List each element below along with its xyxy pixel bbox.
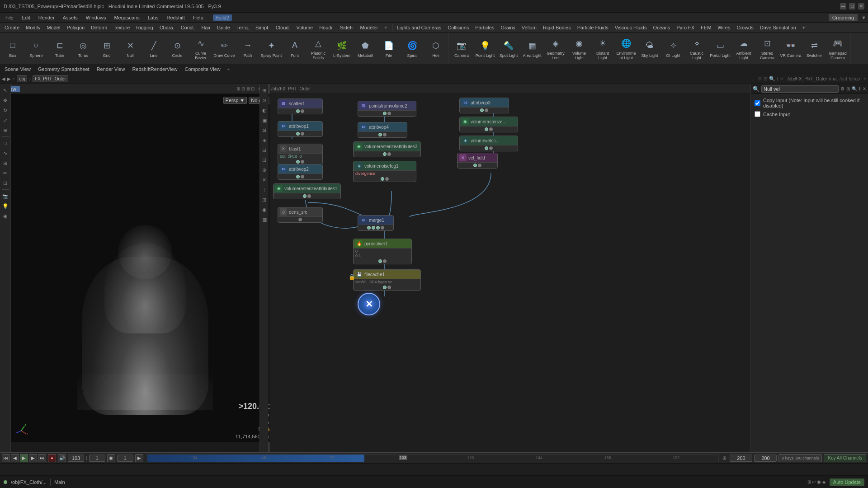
shelf-collisions[interactable]: Collisions [445,24,472,31]
tool-ambientlight[interactable]: ☁ Ambient Light [732,33,755,64]
skip-start-btn[interactable]: ⏮ [2,454,10,462]
shelf-const[interactable]: Const. [178,24,198,31]
shelf-add2[interactable]: + [800,24,808,31]
menu-edit[interactable]: Edit [18,14,34,21]
tool-pointlight[interactable]: 💡 Point Light [473,33,497,64]
redshift-render-tab[interactable]: RedshiftRenderView [129,66,180,72]
node-attribvop2[interactable]: ⋈ attribvop2 [278,164,323,180]
path-out[interactable]: /out [840,76,847,81]
shelf-model[interactable]: Model [44,24,63,31]
node-editor-path[interactable]: /obj/FX_PRT_Outer [271,86,311,91]
shelf-sidef[interactable]: SideF. [337,24,357,31]
render-view-tab[interactable]: Render View [94,66,128,72]
tool-spotlight[interactable]: 🔦 Spot Light [497,33,520,64]
shelf-houdi[interactable]: Houdi. [316,24,336,31]
vp-paint-tool[interactable]: ✏ [1,169,10,178]
viewport-canvas[interactable]: Persp ▼ No cam ▼ >120.0fps 0.30ms 5 prim… [11,94,279,442]
obj-node-btn[interactable]: obj [17,75,27,82]
tool-vrcamera[interactable]: 👓 VR Camera [779,33,802,64]
playback-speed-input[interactable] [117,455,133,462]
composite-view-tab[interactable]: Composite View [182,66,223,72]
tool-stereocam[interactable]: ⊡ Stereo Camera [755,33,779,64]
tool-sphere[interactable]: ○ Sphere [24,33,48,64]
tool-spiral[interactable]: 🌀 Spiral [401,33,424,64]
properties-search[interactable] [761,85,839,93]
tool-heli[interactable]: ⬡ Heli [424,33,448,64]
cache-input-check[interactable] [755,111,760,117]
vp-transform-tool[interactable]: ⊕ [1,126,10,135]
shelf-lights[interactable]: Lights and Cameras [394,24,444,31]
shelf-pyrofx[interactable]: Pyro FX [674,24,697,31]
shelf-add[interactable]: + [382,24,390,31]
menu-assets[interactable]: Assets [59,14,81,21]
grooming-badge[interactable]: Grooming [829,14,858,21]
end-frame-input[interactable] [730,455,752,462]
node-attribvop1[interactable]: ⋈ attribvop1 [278,121,323,137]
vp-scale-tool[interactable]: ⤢ [1,116,10,125]
nav-forward[interactable]: ▶ [7,76,11,81]
tool-platonic[interactable]: △ Platonic Solids [307,33,330,64]
node-pfv2[interactable]: ⊞ pointsfromvolume2 [358,101,416,117]
menu-megascans[interactable]: Megascans [110,14,143,21]
timeline-ruler[interactable]: 24 48 72 103 120 144 168 192 [147,454,719,462]
vp-r1[interactable]: ⊞ [260,86,269,95]
shelf-oceans[interactable]: Oceans [650,24,673,31]
prop-close-icon[interactable]: ✕ [863,86,866,91]
tool-envlight[interactable]: 🌐 Environment Light [614,33,638,64]
vp-obj-tool[interactable]: □ [1,139,10,148]
shelf-deform[interactable]: Deform [88,24,110,31]
copy-input-check[interactable] [755,100,760,106]
node-blast1[interactable]: ✕ blast1 out: @Cd=0 [278,144,323,165]
skip-end-btn[interactable]: ⏭ [38,454,46,462]
tool-switcher[interactable]: ⇌ Switcher [802,33,826,64]
shelf-particlefluids[interactable]: Particle Fluids [575,24,611,31]
key-all-channels-btn[interactable]: Key All Channels [824,454,866,462]
start-frame-input[interactable] [89,455,105,462]
tool-spraypaint[interactable]: ✦ Spray Paint [259,33,283,64]
tool-geometrylent[interactable]: ◈ Geometry Lent [544,33,567,64]
geometry-spreadsheet-tab[interactable]: Geometry Spreadsheet [35,66,92,72]
vp-move-tool[interactable]: ✥ [1,96,10,105]
shelf-crowds[interactable]: Crowds [734,24,756,31]
shelf-chara[interactable]: Chara. [157,24,177,31]
menu-redshift[interactable]: Redshift [163,14,189,21]
tool-arealight[interactable]: ▦ Area Light [520,33,544,64]
prev-frame-btn[interactable]: ◀ [11,454,19,462]
tool-metaball[interactable]: ⬟ Metaball [354,33,377,64]
menu-file[interactable]: File [2,14,17,21]
tool-gamepadcam[interactable]: 🎮 Gamepad Camera [826,33,849,64]
vp-r2[interactable]: ⊙ [260,96,269,105]
tool-causticlight[interactable]: ⋄ Caustic Light [685,33,708,64]
tool-file[interactable]: 📄 File [377,33,401,64]
tool-gilight[interactable]: ✧ GI Light [661,33,685,64]
path-obj[interactable]: /obj/FX_PRT_Outer [788,76,827,81]
tl-icon1[interactable]: ◉ [107,454,115,462]
menu-help[interactable]: Help [189,14,207,21]
prop-search-icon2[interactable]: 🔍 [852,86,857,91]
node-velfield[interactable]: ✕ vel_field [457,153,498,169]
minimize-btn[interactable]: — [840,3,846,9]
shelf-create[interactable]: Create [2,24,22,31]
tool-box[interactable]: □ Box [1,33,24,64]
node-merge1[interactable]: ⊕ merge1 [358,215,394,231]
tool-torus[interactable]: ◎ Torus [71,33,95,64]
node-output[interactable]: ✕ [358,293,380,315]
vp-curve-tool[interactable]: ∿ [1,149,10,158]
copy-input-checkbox[interactable]: Copy Input (Note: Input will be still co… [755,98,864,108]
node-scatter1[interactable]: ⊞ scatter1 [278,99,323,114]
tool-portallight[interactable]: ▭ Portal Light [708,33,732,64]
close-btn[interactable]: ✕ [858,3,864,9]
nav-up[interactable]: ↑ [13,76,15,81]
vp-r5[interactable]: ⊠ [260,126,269,135]
shelf-rigidbodies[interactable]: Rigid Bodies [540,24,574,31]
shelf-texture[interactable]: Texture [111,24,132,31]
shelf-terra[interactable]: Terra. [234,24,252,31]
tool-tube[interactable]: ⊏ Tube [48,33,71,64]
node-canvas[interactable]: Indie Edition Geometry [269,94,750,452]
tool-curvebezier[interactable]: ∿ Curve Bezier [189,33,212,64]
shelf-simpl[interactable]: Simpl. [253,24,272,31]
tool-skylight[interactable]: 🌤 Sky Light [638,33,661,64]
prop-gear-icon[interactable]: ⚙ [840,86,844,91]
shelf-viscous[interactable]: Viscous Fluids [612,24,650,31]
tool-distantlight[interactable]: ☀ Distant Light [591,33,614,64]
